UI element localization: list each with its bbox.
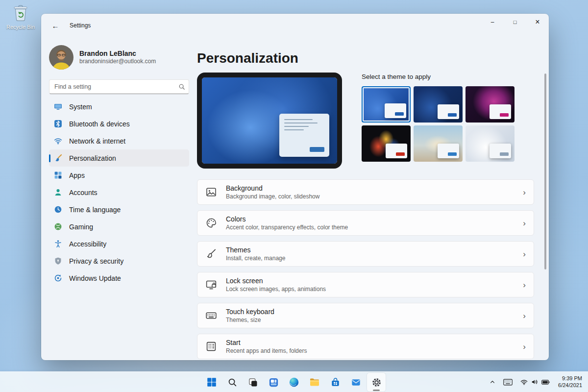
sidebar-item-bluetooth-devices[interactable]: Bluetooth & devices (49, 115, 189, 132)
theme-thumbnail-flow-light[interactable] (466, 125, 514, 162)
tray-overflow-button[interactable] (486, 374, 499, 391)
lock-screen-icon (205, 279, 217, 291)
mail-button[interactable] (346, 373, 365, 392)
setting-row-touch-keyboard[interactable]: Touch keyboardThemes, size › (197, 303, 534, 328)
theme-grid (362, 86, 514, 162)
brush-icon (54, 154, 62, 162)
paintbrush-icon (205, 248, 217, 260)
settings-window: ← Settings – □ × (41, 14, 549, 360)
theme-thumbnail-glow-purple[interactable] (466, 86, 514, 122)
chevron-right-icon: › (523, 281, 526, 289)
update-icon (54, 274, 62, 282)
battery-icon (541, 380, 550, 385)
sidebar-item-privacy-security[interactable]: Privacy & security (49, 252, 189, 270)
taskbar-clock[interactable]: 9:39 PM 6/24/2021 (554, 375, 586, 389)
setting-row-start[interactable]: StartRecent apps and items, folders › (197, 334, 534, 359)
sidebar-nav: System Bluetooth & devices Network & int… (49, 98, 189, 287)
minimize-button[interactable]: – (481, 14, 504, 30)
sidebar: Brandon LeBlanc brandoninsider@outlook.c… (41, 37, 197, 360)
user-profile[interactable]: Brandon LeBlanc brandoninsider@outlook.c… (49, 44, 189, 71)
sidebar-item-network-internet[interactable]: Network & internet (49, 132, 189, 149)
preview-window-mock (279, 114, 329, 157)
taskbar: 9:39 PM 6/24/2021 (0, 371, 588, 392)
chevron-right-icon: › (523, 250, 526, 258)
network-volume-battery-button[interactable] (517, 374, 553, 391)
person-icon (54, 188, 62, 196)
mail-icon (350, 377, 362, 388)
user-name: Brandon LeBlanc (79, 49, 156, 58)
clock-icon (54, 205, 62, 214)
sidebar-item-system[interactable]: System (49, 98, 189, 115)
window-scrollbar[interactable] (544, 74, 546, 270)
theme-thumbnail-captured-motion[interactable] (362, 125, 411, 162)
theme-preview-monitor (197, 73, 342, 169)
setting-row-background[interactable]: BackgroundBackground image, color, slide… (197, 179, 534, 205)
theme-accent-swatch (448, 152, 457, 156)
theme-accent-swatch (396, 152, 405, 156)
theme-picker-label: Select a theme to apply (362, 73, 514, 81)
window-controls: – □ × (481, 14, 549, 30)
sidebar-item-time-language[interactable]: Time & language (49, 201, 189, 218)
theme-accent-swatch (395, 112, 404, 116)
touch-keyboard-tray-button[interactable] (500, 374, 516, 391)
clock-date: 6/24/2021 (558, 382, 582, 389)
chevron-right-icon: › (523, 343, 526, 351)
theme-thumbnail-sunrise-beach[interactable] (414, 125, 463, 162)
chevron-right-icon: › (523, 188, 526, 196)
theme-thumbnail-windows-blue-bloom[interactable] (362, 86, 411, 122)
edge-button[interactable] (285, 373, 303, 392)
edge-icon (288, 376, 300, 388)
shield-icon (54, 257, 62, 265)
theme-accent-swatch (500, 152, 509, 156)
bluetooth-icon (54, 120, 62, 128)
settings-list: BackgroundBackground image, color, slide… (197, 179, 534, 359)
wifi-icon (54, 137, 62, 145)
recycle-bin-icon (12, 15, 29, 23)
apps-grid-icon (54, 171, 62, 179)
theme-accent-swatch (500, 113, 509, 117)
sidebar-item-apps[interactable]: Apps (49, 167, 189, 184)
search-input[interactable] (49, 79, 189, 94)
chevron-right-icon: › (523, 219, 526, 227)
file-explorer-button[interactable] (305, 373, 324, 392)
folder-icon (309, 376, 320, 388)
sidebar-item-gaming[interactable]: Gaming (49, 218, 189, 235)
setting-row-colors[interactable]: ColorsAccent color, transparency effects… (197, 210, 534, 236)
sidebar-item-windows-update[interactable]: Windows Update (49, 270, 189, 287)
setting-row-lock-screen[interactable]: Lock screenLock screen images, apps, ani… (197, 272, 534, 297)
desktop: Recycle Bin ← Settings – □ × (0, 0, 588, 392)
preview-accent-button (310, 147, 324, 152)
user-email: brandoninsider@outlook.com (79, 58, 156, 65)
widgets-button[interactable] (264, 373, 283, 392)
main-content: Personalization Select a theme to apply (197, 37, 549, 360)
store-bag-icon (330, 377, 341, 388)
xbox-icon (54, 222, 62, 231)
system-icon (54, 102, 62, 111)
settings-app-button[interactable] (367, 373, 386, 392)
image-icon (205, 186, 217, 198)
task-view-icon (247, 377, 259, 388)
titlebar[interactable]: ← Settings – □ × (41, 14, 549, 37)
recycle-bin[interactable]: Recycle Bin (5, 4, 36, 30)
windows-logo-icon (206, 376, 218, 388)
sidebar-item-personalization[interactable]: Personalization (49, 149, 189, 167)
palette-icon (205, 217, 217, 229)
back-button[interactable]: ← (48, 18, 63, 33)
microsoft-store-button[interactable] (326, 373, 344, 392)
maximize-button[interactable]: □ (504, 14, 526, 30)
taskbar-search-button[interactable] (223, 373, 242, 392)
clock-time: 9:39 PM (558, 375, 582, 382)
sidebar-item-accounts[interactable]: Accounts (49, 184, 189, 201)
search-box (49, 79, 189, 94)
setting-row-themes[interactable]: ThemesInstall, create, manage › (197, 241, 534, 267)
theme-accent-swatch (448, 113, 457, 117)
keyboard-icon (205, 310, 217, 321)
close-button[interactable]: × (526, 14, 549, 30)
start-button[interactable] (202, 373, 221, 392)
theme-thumbnail-windows-dark-blue-bloom[interactable] (414, 86, 463, 122)
task-view-button[interactable] (244, 373, 262, 392)
accessibility-icon (54, 240, 62, 248)
sidebar-item-accessibility[interactable]: Accessibility (49, 235, 189, 252)
gear-icon (371, 377, 382, 388)
widgets-icon (268, 377, 279, 388)
